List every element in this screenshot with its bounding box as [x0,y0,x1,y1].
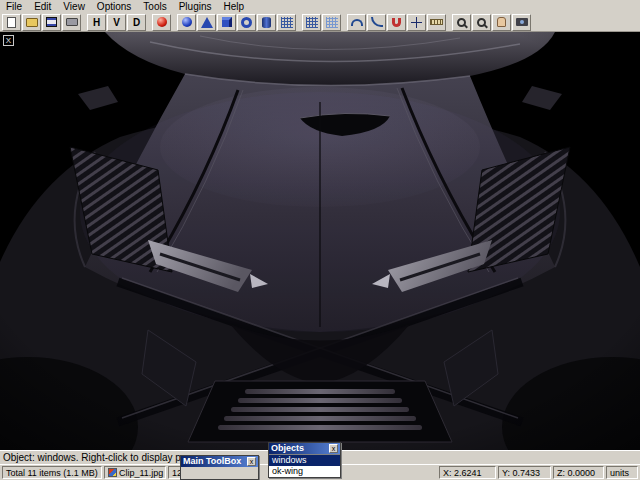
h-view-button[interactable]: H [87,14,106,31]
menu-plugins[interactable]: Plugins [173,0,218,13]
torus-primitive-icon [241,17,252,28]
spline-tool-icon [371,17,383,27]
cube-primitive-icon [222,17,232,27]
cylinder-primitive-icon [262,17,271,28]
objects-panel-title: Objects [271,443,329,454]
units-text: units [610,468,629,478]
file-name-text: Clip_11.jpg [119,468,163,478]
main-toolbox-titlebar[interactable]: Main ToolBox x [181,456,258,467]
coord-z-cell: Z: 0.0000 [553,466,604,479]
axes-tool-icon [411,17,422,28]
torus-primitive-button[interactable] [237,14,256,31]
units-cell: units [606,466,638,479]
spline-tool-button[interactable] [367,14,386,31]
open-folder-icon [26,18,38,27]
new-file-button[interactable] [2,14,21,31]
grid-snap-button[interactable] [302,14,321,31]
sphere-primitive-button[interactable] [177,14,196,31]
v-view-button[interactable]: V [107,14,126,31]
main-toolbox-window[interactable]: Main ToolBox x [180,455,259,480]
menu-options[interactable]: Options [91,0,137,13]
objects-panel-titlebar[interactable]: Objects x [269,443,340,454]
image-file-icon [108,468,117,477]
coord-y-cell: Y: 0.7433 [498,466,551,479]
curve-tool-button[interactable] [347,14,366,31]
camera-icon [516,18,528,26]
coord-x-text: X: 2.6241 [443,468,482,478]
pan-button[interactable] [492,14,511,31]
total-items-cell: Total 11 items (1.1 MB) [2,466,102,479]
save-file-button[interactable] [42,14,61,31]
pan-hand-icon [497,17,506,27]
cube-primitive-button[interactable] [217,14,236,31]
lattice-button[interactable] [322,14,341,31]
coord-y-text: Y: 0.7433 [502,468,540,478]
objects-panel-window[interactable]: Objects x windows ok-wing [268,442,341,478]
total-items-text: Total 11 items (1.1 MB) [6,468,98,478]
main-toolbox-body [181,467,258,479]
grid-snap-icon [306,17,318,28]
main-toolbox-title: Main ToolBox [183,456,247,467]
cone-primitive-icon [201,17,213,28]
zoom-magnifier-icon [457,18,466,27]
menu-view[interactable]: View [57,0,91,13]
render-button[interactable] [152,14,171,31]
menu-tools[interactable]: Tools [137,0,172,13]
menu-help[interactable]: Help [218,0,251,13]
sphere-primitive-icon [182,17,192,27]
print-button[interactable] [62,14,81,31]
objects-list-item-windows[interactable]: windows [269,455,340,466]
file-name-cell: Clip_11.jpg [104,466,166,479]
d-view-button[interactable]: D [127,14,146,31]
printer-icon [66,18,78,26]
coord-x-cell: X: 2.6241 [439,466,496,479]
curve-tool-icon [351,19,363,26]
app-window: { "menubar": { "items": ["File", "Edit",… [0,0,640,480]
viewport-3d[interactable]: X [0,32,640,450]
camera-button[interactable] [512,14,531,31]
render-sphere-icon [157,17,167,27]
zoom-region-button[interactable] [472,14,491,31]
coord-z-text: Z: 0.0000 [557,468,595,478]
objects-list: windows ok-wing [269,454,340,477]
menu-file[interactable]: File [0,0,28,13]
measure-tool-button[interactable] [427,14,446,31]
new-file-icon [7,17,16,28]
objects-panel-close-button[interactable]: x [329,444,338,453]
viewport-axis-label: X [3,35,14,46]
zoom-region-icon [477,18,486,27]
main-toolbox-close-button[interactable]: x [247,457,256,466]
vignette [0,32,640,450]
main-toolbar: H V D [0,13,640,32]
zoom-button[interactable] [452,14,471,31]
magnet-tool-button[interactable] [387,14,406,31]
open-file-button[interactable] [22,14,41,31]
objects-list-item-ok-wing[interactable]: ok-wing [269,466,340,477]
menu-edit[interactable]: Edit [28,0,57,13]
cone-primitive-button[interactable] [197,14,216,31]
menu-bar: File Edit View Options Tools Plugins Hel… [0,0,640,13]
mesh-primitive-icon [281,17,293,28]
save-floppy-icon [46,17,57,27]
magnet-tool-icon [392,18,401,27]
cylinder-primitive-button[interactable] [257,14,276,31]
axes-tool-button[interactable] [407,14,426,31]
measure-ruler-icon [430,19,443,25]
car-render [0,32,640,450]
mesh-primitive-button[interactable] [277,14,296,31]
lattice-icon [326,17,338,28]
